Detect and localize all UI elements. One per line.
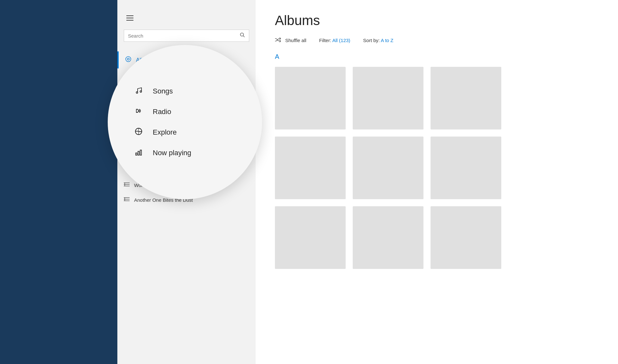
shuffle-icon [275,37,282,43]
svg-line-1 [243,36,245,37]
menu-item-explore-label: Explore [153,128,177,137]
hamburger-button[interactable] [124,13,136,23]
sort-value[interactable]: A to Z [381,38,393,43]
section-letter-a: A [275,53,599,60]
album-card[interactable] [353,137,423,199]
filter-value[interactable]: All (123) [332,38,350,43]
svg-rect-10 [136,153,137,155]
menu-item-radio-label: Radio [153,108,171,116]
radio-icon [133,107,144,117]
menu-item-radio[interactable]: Radio [133,105,171,119]
menu-item-explore[interactable]: Explore [133,125,177,139]
dark-sidebar [0,0,117,364]
menu-item-now-playing-label: Now playing [153,149,191,157]
album-card[interactable] [431,206,501,269]
sidebar-header [117,0,256,48]
light-sidebar: Albums Songs Radio [117,0,256,364]
main-content: Albums Shuffle all Filter: All (123) Sor… [256,0,618,364]
svg-point-2 [126,57,131,62]
toolbar: Shuffle all Filter: All (123) Sort by: A… [275,37,599,43]
svg-marker-6 [136,109,139,112]
menu-item-songs-label: Songs [153,87,173,95]
playlist-icon-workout [124,182,130,188]
albums-grid-row2 [275,137,599,199]
svg-rect-11 [138,151,139,155]
album-card[interactable] [353,67,423,129]
menu-item-songs[interactable]: Songs [133,84,173,98]
svg-point-3 [127,58,129,60]
sort-label: Sort by: A to Z [363,38,393,43]
circle-menu: Songs Radio [108,45,262,199]
shuffle-all-button[interactable]: Shuffle all [275,37,306,43]
search-icon [240,32,245,39]
albums-icon [125,56,132,64]
svg-rect-12 [140,150,141,155]
album-card[interactable] [353,206,423,269]
music-note-icon [133,86,144,96]
album-card[interactable] [275,137,346,199]
album-card[interactable] [275,206,346,269]
svg-point-5 [140,91,142,93]
menu-item-now-playing[interactable]: Now playing [133,146,191,160]
page-title: Albums [275,13,599,28]
album-card[interactable] [431,137,501,199]
explore-icon [133,127,144,138]
albums-grid-row3 [275,206,599,269]
search-input[interactable] [128,33,240,39]
albums-grid-row1 [275,67,599,129]
now-playing-icon [133,148,144,158]
search-box [124,30,249,42]
album-card[interactable] [275,67,346,129]
shuffle-all-label: Shuffle all [285,38,306,43]
playlist-icon-another-one [124,197,130,203]
album-card[interactable] [431,67,501,129]
svg-point-0 [241,33,244,36]
filter-label: Filter: All (123) [319,38,350,43]
svg-point-4 [136,92,138,93]
